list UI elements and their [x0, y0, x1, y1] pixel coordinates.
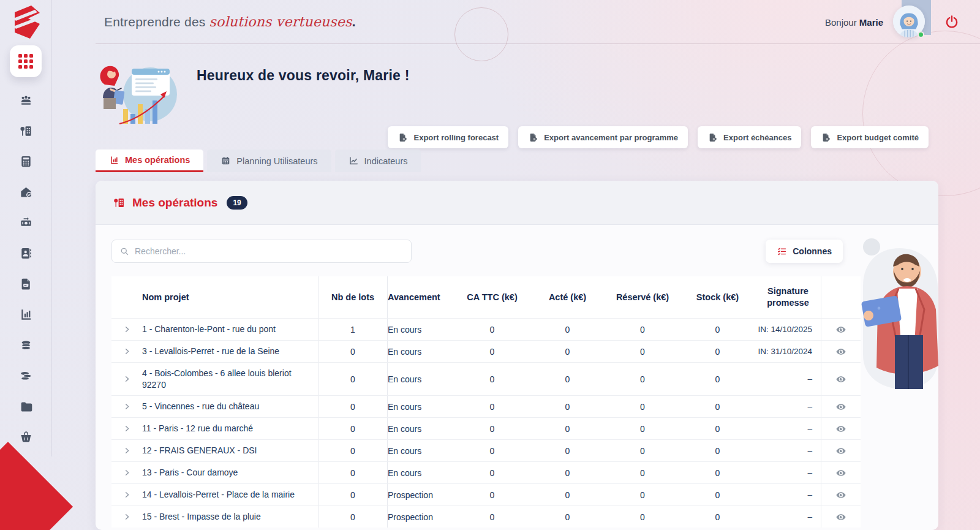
view-operation-button[interactable]	[835, 346, 846, 357]
sidebar-item-statistics[interactable]	[0, 299, 51, 330]
cell-avancement: En cours	[388, 363, 454, 395]
sidebar-item-treasury-alt[interactable]	[0, 360, 51, 391]
sidebar-item-properties[interactable]	[0, 176, 51, 207]
calculator-icon	[19, 154, 33, 168]
cell-nom-projet: 1 - Charenton-le-Pont - rue du pont	[142, 319, 318, 340]
cell-nb-de-lots: 0	[318, 396, 388, 417]
view-operation-button[interactable]	[835, 401, 846, 412]
export-avancement-button[interactable]: Export avancement par programme	[518, 126, 688, 148]
export-rolling-forecast-button[interactable]: Export rolling forecast	[388, 126, 508, 148]
cell-nb-de-lots: 1	[318, 319, 388, 340]
header-ca-ttc[interactable]: CA TTC (k€)	[454, 276, 530, 318]
table-row[interactable]: 4 - Bois-Colombes - 6 allee louis blerio…	[111, 362, 861, 395]
cell-acte: 0	[530, 484, 605, 505]
expand-row-button[interactable]	[123, 425, 131, 433]
header-signature-promesse[interactable]: Signature promesse	[755, 276, 821, 318]
table-row[interactable]: 15 - Brest - Impasse de la pluie 0 Prosp…	[111, 505, 861, 528]
operations-panel-header: Mes opérations 19	[96, 181, 938, 225]
expand-row-button[interactable]	[123, 513, 131, 521]
file-export-icon	[528, 132, 538, 143]
view-operation-button[interactable]	[835, 468, 846, 479]
sidebar-item-purchases[interactable]	[0, 422, 51, 452]
expand-row-button[interactable]	[123, 325, 131, 333]
topbar: Entreprendre dessolutions vertueuses. Bo…	[52, 0, 980, 44]
brand-logo[interactable]	[9, 5, 42, 39]
cell-stock: 0	[680, 363, 755, 395]
eye-icon	[835, 324, 846, 335]
cell-ca-ttc: 0	[454, 341, 530, 362]
view-operation-button[interactable]	[835, 445, 846, 456]
sidebar-item-contacts[interactable]	[0, 238, 51, 268]
expand-row-button[interactable]	[123, 491, 131, 499]
expand-row-button[interactable]	[123, 403, 131, 411]
sidebar-item-operations[interactable]	[0, 115, 51, 146]
welcome-illustration	[95, 60, 188, 126]
export-budget-comite-button[interactable]: Export budget comité	[811, 126, 929, 148]
header-acte[interactable]: Acté (k€)	[530, 276, 605, 318]
header-avancement[interactable]: Avancement	[388, 276, 454, 318]
greeting-text: Bonjour Marie	[825, 17, 883, 28]
header-nom-projet[interactable]: Nom projet	[142, 276, 318, 318]
columns-button[interactable]: Colonnes	[766, 240, 843, 263]
table-row[interactable]: 1 - Charenton-le-Pont - rue du pont 1 En…	[111, 318, 861, 340]
expand-row-button[interactable]	[123, 447, 131, 455]
contact-book-icon	[19, 246, 33, 260]
table-header-row: Nom projet Nb de lots Avancement CA TTC …	[111, 276, 861, 318]
table-row[interactable]: 5 - Vincennes - rue du château 0 En cour…	[111, 395, 861, 417]
table-row[interactable]: 14 - Levallois-Perret - Place de la mair…	[111, 483, 861, 505]
line-chart-icon	[349, 156, 359, 166]
sidebar-item-payments[interactable]	[0, 207, 51, 238]
cell-reserve: 0	[605, 418, 680, 439]
tab-indicateurs[interactable]: Indicateurs	[335, 150, 421, 172]
sidebar-item-invoices[interactable]	[0, 268, 51, 299]
header-stock[interactable]: Stock (k€)	[680, 276, 755, 318]
tab-planning-utilisateurs[interactable]: Planning Utilisateurs	[207, 150, 331, 172]
tab-mes-operations[interactable]: Mes opérations	[96, 150, 203, 172]
operations-count-badge: 19	[227, 196, 247, 210]
header-nb-de-lots[interactable]: Nb de lots	[318, 276, 388, 318]
expand-row-button[interactable]	[123, 469, 131, 477]
sidebar-item-users[interactable]	[0, 85, 51, 115]
sidebar-item-apps[interactable]	[10, 45, 42, 77]
cell-nb-de-lots: 0	[318, 506, 388, 528]
sidebar-item-folders[interactable]	[0, 391, 51, 422]
table-row[interactable]: 11 - Paris - 12 rue du marché 0 En cours…	[111, 417, 861, 439]
search-input[interactable]	[135, 246, 404, 256]
expand-row-button[interactable]	[123, 375, 131, 383]
cell-reserve: 0	[605, 440, 680, 461]
emerige-e-logo	[9, 4, 42, 40]
operations-table: Nom projet Nb de lots Avancement CA TTC …	[111, 276, 861, 528]
export-echeances-button[interactable]: Export échéances	[698, 126, 801, 148]
sidebar-item-calculator[interactable]	[0, 146, 51, 176]
online-status-dot	[918, 31, 924, 38]
tabs-bar: Mes opérations Planning Utilisateurs Ind…	[96, 150, 421, 172]
cell-ca-ttc: 0	[454, 319, 530, 340]
tagline-prefix: Entreprendre des	[104, 15, 205, 29]
coins-stack-icon	[19, 338, 33, 352]
sidebar-item-treasury[interactable]	[0, 330, 51, 360]
logout-power-button[interactable]	[944, 15, 959, 29]
header-expand-column	[111, 276, 142, 318]
table-row[interactable]: 12 - FRAIS GENERAUX - DSI 0 En cours 0 0…	[111, 439, 861, 461]
view-operation-button[interactable]	[835, 374, 846, 385]
header-reserve[interactable]: Réservé (k€)	[605, 276, 680, 318]
eye-icon	[835, 468, 846, 479]
cell-stock: 0	[680, 462, 755, 483]
table-row[interactable]: 3 - Levallois-Perret - rue de la Seine 0…	[111, 340, 861, 362]
table-row[interactable]: 13 - Paris - Cour damoye 0 En cours 0 0 …	[111, 461, 861, 483]
tab-label: Indicateurs	[364, 156, 408, 166]
export-button-label: Export avancement par programme	[544, 133, 678, 142]
cell-nb-de-lots: 0	[318, 462, 388, 483]
sidebar	[0, 0, 51, 456]
user-avatar[interactable]	[893, 4, 929, 40]
power-icon	[944, 15, 959, 29]
expand-row-button[interactable]	[123, 347, 131, 355]
tagline-period: .	[352, 14, 356, 29]
eye-icon	[835, 490, 846, 501]
view-operation-button[interactable]	[835, 324, 846, 335]
view-operation-button[interactable]	[835, 490, 846, 501]
view-operation-button[interactable]	[835, 512, 846, 523]
cell-acte: 0	[530, 440, 605, 461]
view-operation-button[interactable]	[835, 423, 846, 434]
decorative-arc	[862, 31, 980, 196]
